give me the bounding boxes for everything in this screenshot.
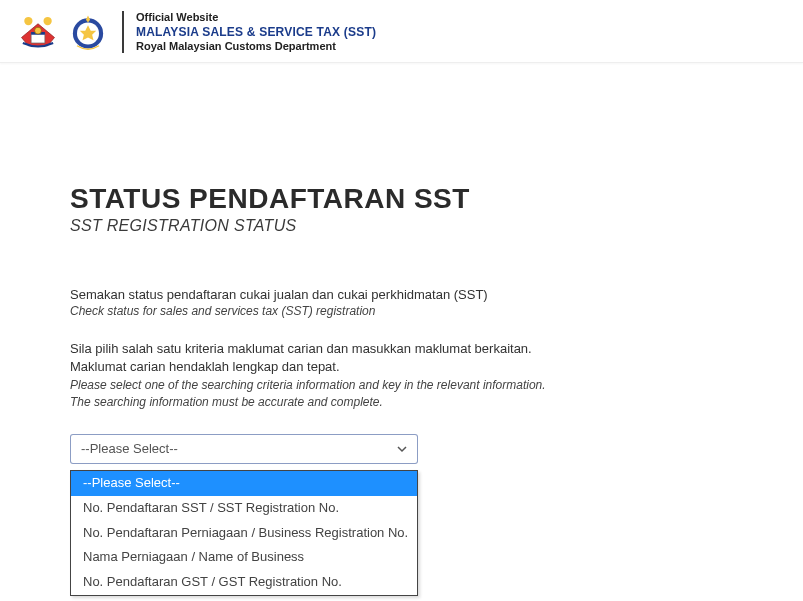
chevron-down-icon <box>395 442 409 456</box>
header-text: Official Website MALAYSIA SALES & SERVIC… <box>122 11 376 54</box>
svg-point-1 <box>44 17 52 25</box>
page-title: STATUS PENDAFTARAN SST <box>70 183 733 215</box>
header-official-website: Official Website <box>136 11 376 25</box>
criteria-dropdown: --Please Select-- No. Pendaftaran SST / … <box>70 470 418 596</box>
criteria-option-business-name[interactable]: Nama Perniagaan / Name of Business <box>71 545 417 570</box>
criteria-option-business-no[interactable]: No. Pendaftaran Perniagaan / Business Re… <box>71 521 417 546</box>
criteria-option-placeholder[interactable]: --Please Select-- <box>71 471 417 496</box>
description-primary: Semakan status pendaftaran cukai jualan … <box>70 287 733 302</box>
header-department: Royal Malaysian Customs Department <box>136 40 376 54</box>
description-primary-en: Check status for sales and services tax … <box>70 304 733 318</box>
header: Official Website MALAYSIA SALES & SERVIC… <box>0 0 803 63</box>
instructions-en-line2: The searching information must be accura… <box>70 395 383 409</box>
header-site-title: MALAYSIA SALES & SERVICE TAX (SST) <box>136 25 376 40</box>
criteria-option-sst-no[interactable]: No. Pendaftaran SST / SST Registration N… <box>71 496 417 521</box>
criteria-select[interactable]: --Please Select-- <box>70 434 418 464</box>
header-crests <box>16 10 110 54</box>
crest-icon-customs <box>66 10 110 54</box>
instructions-line1: Sila pilih salah satu kriteria maklumat … <box>70 341 532 356</box>
svg-point-2 <box>35 27 42 34</box>
instructions-line2: Maklumat carian hendaklah lengkap dan te… <box>70 359 340 374</box>
svg-point-0 <box>24 17 32 25</box>
instructions-primary: Sila pilih salah satu kriteria maklumat … <box>70 340 733 375</box>
criteria-select-wrap: --Please Select-- --Please Select-- No. … <box>70 434 418 464</box>
criteria-select-value: --Please Select-- <box>81 441 178 456</box>
criteria-option-gst-no[interactable]: No. Pendaftaran GST / GST Registration N… <box>71 570 417 595</box>
instructions-primary-en: Please select one of the searching crite… <box>70 377 733 412</box>
instructions-en-line1: Please select one of the searching crite… <box>70 378 546 392</box>
crest-icon-malaysia <box>16 10 60 54</box>
content: STATUS PENDAFTARAN SST SST REGISTRATION … <box>0 63 803 464</box>
page-subtitle: SST REGISTRATION STATUS <box>70 217 733 235</box>
